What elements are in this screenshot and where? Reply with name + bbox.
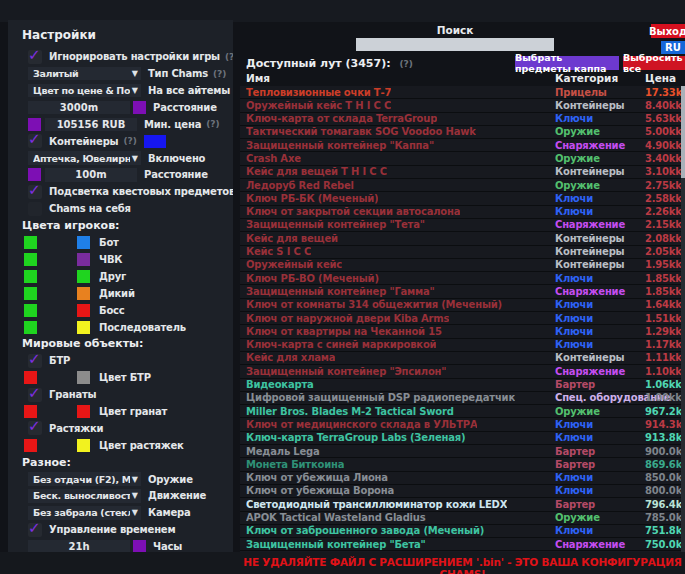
color-swatch-primary[interactable] <box>24 405 37 418</box>
table-row[interactable]: ВидеокартаБартер1.06kk <box>240 379 685 392</box>
table-row[interactable]: Защищенный контейнер "Тета"Снаряжение2.1… <box>240 219 685 232</box>
text-input[interactable]: 100m <box>45 168 137 182</box>
chevron-down-icon: ▼ <box>132 154 138 163</box>
checkbox[interactable]: ✓ <box>28 354 42 368</box>
table-row[interactable]: Защищенный контейнер "Каппа"Снаряжение4.… <box>240 139 685 152</box>
checkbox[interactable]: ✓ <box>28 421 42 435</box>
color-swatch-secondary[interactable] <box>77 371 90 384</box>
dropdown[interactable]: Беск. выносливость и нет уста▼ <box>28 489 141 503</box>
item-price: 1.64kk <box>645 299 682 310</box>
table-row[interactable]: Оружейный кейс T H I C CКонтейнеры8.40kk <box>240 99 685 112</box>
search-input[interactable] <box>356 38 554 51</box>
color-swatch-primary[interactable] <box>24 321 37 334</box>
table-row[interactable]: Ключ от заброшенного завода (Меченый)Клю… <box>240 525 685 538</box>
table-scrollbar[interactable] <box>681 86 685 552</box>
table-row[interactable]: Цифровой защищенный DSP радиопередатчикС… <box>240 392 685 405</box>
checkbox[interactable]: ✓ <box>28 134 42 148</box>
exit-button[interactable]: Выход <box>651 24 685 38</box>
table-row[interactable]: APOK Tactical Wasteland GladiusОружие785… <box>240 512 685 525</box>
color-swatch-secondary[interactable] <box>77 236 90 249</box>
table-row[interactable]: Ключ от медицинского склада в УЛЬТРАКлюч… <box>240 418 685 431</box>
color-swatch[interactable] <box>144 135 166 148</box>
table-row[interactable]: Кейс S I C CКонтейнеры2.05kk <box>240 246 685 259</box>
dropdown[interactable]: Без отдачи (F2), Мгновенное п▼ <box>28 472 141 486</box>
table-row[interactable]: Тепловизионные очки Т-7Прицелы17.33kk <box>240 86 685 99</box>
item-name: Монета Биткоина <box>246 459 344 470</box>
table-row[interactable]: Ледоруб Red RebelОружие2.75kk <box>240 179 685 192</box>
checkbox-label: Игнорировать настройки игры <box>49 51 220 62</box>
checkbox[interactable]: ✓ <box>28 523 42 537</box>
color-swatch-primary[interactable] <box>24 304 37 317</box>
text-input[interactable]: 3000m <box>28 101 130 115</box>
table-row[interactable]: Ключ РБ-ВО (Меченый)Ключи1.85kk <box>240 272 685 285</box>
table-row[interactable]: Монета БиткоинаБартер869.6k <box>240 458 685 471</box>
dropdown-value: Аптечка, Ювелирные и... <box>33 153 130 164</box>
checkbox-label: Chams на себя <box>49 203 131 214</box>
table-row[interactable]: Тактический томагавк SOG Voodoo HawkОруж… <box>240 126 685 139</box>
color-swatch[interactable] <box>133 540 146 552</box>
table-row[interactable]: Оружейный кейсКонтейнеры1.95kk <box>240 259 685 272</box>
table-row[interactable]: Светодиодный трансиллюминатор кожи LEDXБ… <box>240 498 685 511</box>
color-swatch-secondary[interactable] <box>77 270 90 283</box>
color-swatch-primary[interactable] <box>24 270 37 283</box>
table-row[interactable]: Ключ-карта TerraGroup Labs (Зеленая)Ключ… <box>240 432 685 445</box>
color-swatch-secondary[interactable] <box>77 253 90 266</box>
table-row[interactable]: Кейс для вещейКонтейнеры2.08kk <box>240 232 685 245</box>
text-input[interactable]: 105156 RUB <box>45 118 137 132</box>
dropdown[interactable]: Без забрала (стекло шлема)▼ <box>28 506 141 520</box>
item-category: Ключи <box>555 485 593 496</box>
color-pair-label: Цвет БТР <box>99 372 151 383</box>
table-row[interactable]: Ключ от комнаты 314 общежития (Меченый)К… <box>240 299 685 312</box>
checkbox[interactable]: ✓ <box>28 388 42 402</box>
dropdown-value: Без забрала (стекло шлема) <box>33 507 130 518</box>
color-swatch[interactable] <box>28 168 41 181</box>
table-row[interactable]: Ключ-карта от склада TerraGroupКлючи5.63… <box>240 113 685 126</box>
color-swatch-primary[interactable] <box>24 287 37 300</box>
color-swatch-secondary[interactable] <box>77 439 90 452</box>
color-swatch-secondary[interactable] <box>77 287 90 300</box>
table-row[interactable]: Медаль LegaБартер900.0k <box>240 445 685 458</box>
color-swatch-secondary[interactable] <box>77 405 90 418</box>
dropdown[interactable]: Аптечка, Ювелирные и...▼ <box>28 151 141 165</box>
color-swatch-primary[interactable] <box>24 236 37 249</box>
table-row[interactable]: Ключ от наружной двери Kiba ArmsКлючи1.5… <box>240 312 685 325</box>
dropdown[interactable]: Цвет по цене & Пользователь▼ <box>28 84 141 98</box>
color-swatch-primary[interactable] <box>24 253 37 266</box>
scrollbar-thumb[interactable] <box>681 86 685 178</box>
table-row[interactable]: Crash AxeОружие3.40kk <box>240 152 685 165</box>
dropdown[interactable]: Залитый▼ <box>28 67 141 81</box>
color-swatch-primary[interactable] <box>24 371 37 384</box>
color-swatch-secondary[interactable] <box>77 321 90 334</box>
item-name: Ключ-карта TerraGroup Labs (Зеленая) <box>246 432 465 443</box>
table-row[interactable]: Защищенный контейнер "Бета"Снаряжение750… <box>240 538 685 551</box>
table-row[interactable]: Кейс для хламаКонтейнеры1.11kk <box>240 352 685 365</box>
color-swatch-primary[interactable] <box>24 439 37 452</box>
table-row[interactable]: Ключ РБ-БК (Меченый)Ключи2.58kk <box>240 192 685 205</box>
item-name: Crash Axe <box>246 153 301 164</box>
table-row[interactable]: Ключ-карта с синей маркировкойКлючи1.17k… <box>240 339 685 352</box>
table-row[interactable]: Ключ от закрытой секции автосалонаКлючи2… <box>240 206 685 219</box>
table-row[interactable]: Защищенный контейнер "Эпсилон"Снаряжение… <box>240 365 685 378</box>
item-category: Ключи <box>555 326 593 337</box>
item-name: Оружейный кейс <box>246 259 342 270</box>
select-kappa-items-button[interactable]: Выбрать предметы каппа <box>515 56 619 70</box>
table-row[interactable]: Ключ от убежища ЛионаКлючи850.0k <box>240 472 685 485</box>
checkbox[interactable]: ✓ <box>28 185 42 199</box>
checkbox[interactable]: ✓ <box>28 50 42 64</box>
table-row[interactable]: Miller Bros. Blades M-2 Tactical SwordОр… <box>240 405 685 418</box>
checkbox[interactable] <box>28 202 42 216</box>
item-price: 1.06kk <box>645 379 682 390</box>
settings-row: ✓Контейнеры(?) <box>8 134 233 148</box>
dropdown-label: Движение <box>148 490 206 501</box>
color-swatch[interactable] <box>133 101 146 114</box>
table-row[interactable]: Защищенный контейнер "Гамма"Снаряжение1.… <box>240 285 685 298</box>
loot-help-icon[interactable]: (?) <box>399 59 412 69</box>
table-row[interactable]: Кейс для вещей T H I C CКонтейнеры3.10kk <box>240 166 685 179</box>
color-swatch[interactable] <box>28 118 41 131</box>
text-input[interactable]: 21h <box>28 540 130 552</box>
settings-row: Последователь <box>8 320 233 334</box>
table-row[interactable]: Ключ от убежища ВоронаКлючи800.0k <box>240 485 685 498</box>
table-row[interactable]: Ключ от квартиры на Чеканной 15Ключи1.29… <box>240 325 685 338</box>
color-swatch-secondary[interactable] <box>77 304 90 317</box>
discard-all-button[interactable]: Выбросить все <box>623 56 685 70</box>
